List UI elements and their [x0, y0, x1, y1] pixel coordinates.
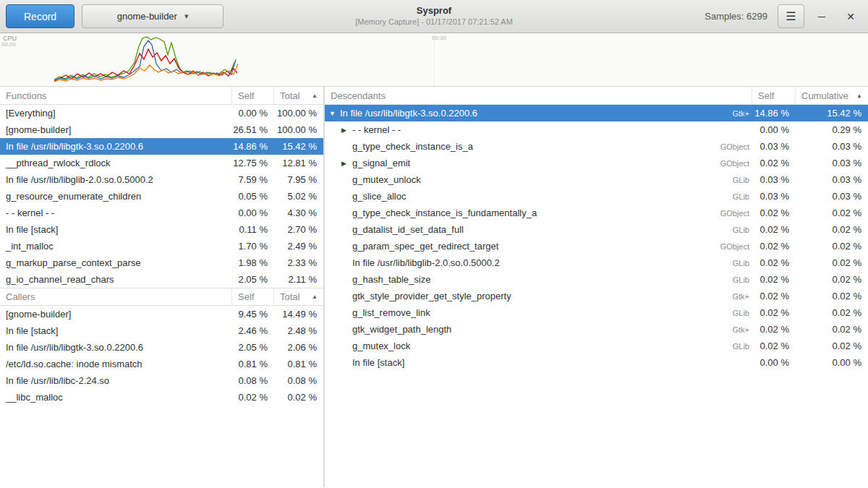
column-header-descendants[interactable]: Descendants — [325, 87, 752, 104]
table-row[interactable]: _int_malloc1.70 %2.49 % — [0, 238, 323, 254]
library-badge: GLib — [705, 176, 752, 184]
table-row[interactable]: g_io_channel_read_chars2.05 %2.11 % — [0, 271, 323, 288]
table-row[interactable]: g_type_check_instance_is_fundamentally_a… — [325, 205, 868, 221]
column-header-cumulative[interactable]: Cumulative ▲ — [796, 87, 868, 104]
cumulative-value: 0.02 % — [796, 274, 868, 285]
descendants-pane-filler — [325, 371, 868, 487]
table-row[interactable]: In file /usr/lib/libgtk-3.so.0.2200.62.0… — [0, 339, 323, 356]
table-row[interactable]: [gnome-builder]26.51 %100.00 % — [0, 121, 323, 138]
column-header-self[interactable]: Self — [232, 87, 274, 104]
table-row[interactable]: g_datalist_id_set_data_fullGLib0.02 %0.0… — [325, 221, 868, 238]
table-row[interactable]: [gnome-builder]9.45 %14.49 % — [0, 306, 323, 322]
total-value: 5.02 % — [274, 191, 323, 202]
column-header-total[interactable]: Total ▲ — [274, 87, 323, 104]
table-row[interactable]: In file [stack]0.11 %2.70 % — [0, 221, 323, 238]
self-value: 0.02 % — [752, 257, 796, 268]
table-row[interactable]: gtk_widget_path_lengthGtk+0.02 %0.02 % — [325, 321, 868, 338]
table-row[interactable]: [Everything]0.00 %100.00 % — [0, 105, 323, 121]
library-badge: GLib — [705, 226, 752, 234]
table-row[interactable]: ▶g_signal_emitGObject0.02 %0.03 % — [325, 155, 868, 171]
table-row[interactable]: g_list_remove_linkGLib0.02 %0.02 % — [325, 304, 868, 321]
cpu-graph[interactable]: CPU 00:00 00:30 — [0, 33, 868, 87]
table-row[interactable]: In file /usr/lib/libc-2.24.so0.08 %0.08 … — [0, 372, 323, 389]
table-row[interactable]: In file [stack]0.00 %0.00 % — [325, 354, 868, 371]
cumulative-value: 0.03 % — [796, 141, 868, 152]
column-header-self[interactable]: Self — [752, 87, 796, 104]
library-badge: GLib — [705, 192, 752, 201]
titlebar-titles: Sysprof [Memory Capture] - 01/17/2017 07… — [217, 5, 651, 26]
column-header-functions[interactable]: Functions — [0, 87, 232, 104]
table-row[interactable]: g_resource_enumerate_children0.05 %5.02 … — [0, 188, 323, 205]
self-value: 12.75 % — [232, 158, 274, 168]
function-name: In file /usr/lib/libgtk-3.so.0.2200.6 — [0, 342, 232, 353]
self-value: 0.02 % — [752, 307, 796, 318]
function-name: /etc/ld.so.cache: inode mismatch — [0, 359, 232, 369]
function-name: __pthread_rwlock_rdlock — [0, 158, 232, 168]
hamburger-icon: ☰ — [786, 10, 796, 22]
cumulative-value: 0.02 % — [796, 307, 868, 318]
table-row[interactable]: g_mutex_unlockGLib0.03 %0.03 % — [325, 171, 868, 188]
close-button[interactable]: ✕ — [839, 5, 862, 28]
total-value: 2.48 % — [274, 325, 323, 336]
table-row[interactable]: g_param_spec_get_redirect_targetGObject0… — [325, 238, 868, 254]
self-value: 26.51 % — [232, 124, 274, 135]
column-header-total-label: Total — [280, 291, 299, 302]
cumulative-value: 0.02 % — [796, 341, 868, 351]
table-row[interactable]: ▶- - kernel - -0.00 %0.29 % — [325, 121, 868, 138]
self-value: 0.02 % — [752, 241, 796, 252]
tree-cell: g_type_check_instance_is_fundamentally_a — [325, 207, 705, 218]
self-value: 9.45 % — [232, 309, 274, 320]
column-header-self[interactable]: Self — [232, 288, 274, 305]
column-header-callers[interactable]: Callers — [0, 288, 232, 305]
close-icon: ✕ — [846, 11, 855, 22]
sort-arrow-icon: ▲ — [312, 294, 318, 300]
table-row[interactable]: In file /usr/lib/libglib-2.0.so.0.5000.2… — [0, 171, 323, 188]
table-row[interactable]: g_hash_table_sizeGLib0.02 %0.02 % — [325, 271, 868, 288]
library-badge: Gtk+ — [705, 292, 752, 301]
time-label-mid: 00:30 — [432, 35, 446, 41]
record-button[interactable]: Record — [6, 4, 75, 28]
table-row[interactable]: In file /usr/lib/libgtk-3.so.0.2200.614.… — [0, 138, 323, 155]
self-value: 0.02 % — [752, 224, 796, 235]
self-value: 0.02 % — [752, 324, 796, 335]
table-row[interactable]: g_type_check_instance_is_aGObject0.03 %0… — [325, 138, 868, 155]
table-row[interactable]: g_slice_allocGLib0.03 %0.03 % — [325, 188, 868, 205]
table-row[interactable]: __libc_malloc0.02 %0.02 % — [0, 389, 323, 406]
expander-closed-icon[interactable]: ▶ — [341, 127, 352, 134]
table-row[interactable]: In file /usr/lib/libglib-2.0.so.0.5000.2… — [325, 254, 868, 271]
library-badge: GLib — [705, 309, 752, 317]
function-name: g_param_spec_get_redirect_target — [352, 241, 498, 252]
function-name: g_signal_emit — [352, 158, 410, 168]
minimize-button[interactable]: ─ — [810, 5, 833, 28]
table-row[interactable]: g_mutex_lockGLib0.02 %0.02 % — [325, 338, 868, 354]
process-selector[interactable]: gnome-builder ▾ — [82, 4, 224, 28]
table-row[interactable]: g_markup_parse_context_parse1.98 %2.33 % — [0, 254, 323, 271]
cumulative-value: 0.02 % — [796, 257, 868, 268]
descendants-table-header: Descendants Self Cumulative ▲ — [325, 87, 868, 105]
self-value: 2.46 % — [232, 325, 274, 336]
self-value: 0.81 % — [232, 359, 274, 369]
total-value: 100.00 % — [274, 108, 323, 119]
column-header-total[interactable]: Total ▲ — [274, 288, 323, 305]
expander-open-icon[interactable]: ▼ — [329, 110, 340, 117]
time-label-start: 00:00 — [1, 41, 16, 48]
function-name: g_type_check_instance_is_fundamentally_a — [352, 207, 537, 218]
window-subtitle: [Memory Capture] - 01/17/2017 07:21:52 A… — [217, 17, 651, 26]
callers-table-body: [gnome-builder]9.45 %14.49 %In file [sta… — [0, 306, 323, 406]
function-name: g_hash_table_size — [352, 274, 430, 285]
table-row[interactable]: In file [stack]2.46 %2.48 % — [0, 322, 323, 339]
menu-button[interactable]: ☰ — [778, 4, 804, 28]
expander-closed-icon[interactable]: ▶ — [341, 160, 352, 167]
table-row[interactable]: ▼In file /usr/lib/libgtk-3.so.0.2200.6Gt… — [325, 105, 868, 121]
library-badge: GLib — [705, 342, 752, 351]
function-name: g_list_remove_link — [352, 307, 430, 318]
self-value: 0.11 % — [232, 224, 274, 235]
table-row[interactable]: /etc/ld.so.cache: inode mismatch0.81 %0.… — [0, 356, 323, 372]
table-row[interactable]: - - kernel - -0.00 %4.30 % — [0, 205, 323, 221]
self-value: 0.03 % — [752, 141, 796, 152]
table-row[interactable]: gtk_style_provider_get_style_propertyGtk… — [325, 288, 868, 304]
process-selector-label: gnome-builder — [117, 11, 177, 22]
table-row[interactable]: __pthread_rwlock_rdlock12.75 %12.81 % — [0, 155, 323, 171]
cumulative-value: 0.03 % — [796, 174, 868, 185]
self-value: 0.00 % — [232, 207, 274, 218]
